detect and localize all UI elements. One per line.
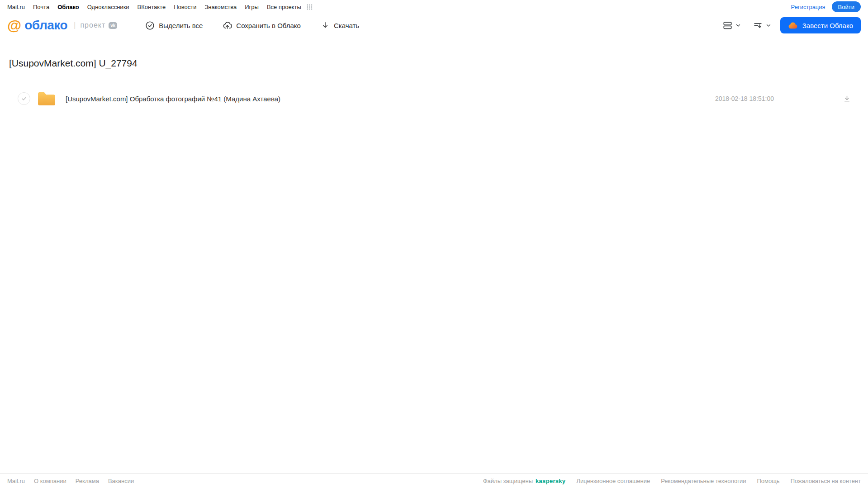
sort-selector[interactable] <box>753 20 771 30</box>
file-date: 2018-02-18 18:51:00 <box>715 95 774 102</box>
kaspersky-logo[interactable]: kaspersky <box>536 478 565 484</box>
cloud-logo[interactable]: @ облако | проект vk <box>7 18 117 33</box>
footer-report-link[interactable]: Пожаловаться на контент <box>791 478 861 484</box>
footer-mailru-link[interactable]: Mail.ru <box>7 478 25 484</box>
nav-pochta[interactable]: Почта <box>33 4 49 10</box>
list-view-icon <box>722 20 733 30</box>
download-button[interactable]: Скачать <box>321 21 359 30</box>
nav-odnoklassniki[interactable]: Одноклассники <box>87 4 129 10</box>
cloud-logo-icon <box>788 21 798 29</box>
nav-novosti[interactable]: Новости <box>174 4 196 10</box>
file-toolbar: Выделить все Сохранить в Облако Скачать <box>145 21 359 30</box>
sort-icon <box>753 20 763 30</box>
auth-controls: Регистрация Войти <box>791 1 861 12</box>
nav-znakomstva[interactable]: Знакомства <box>204 4 237 10</box>
view-mode-selector[interactable] <box>722 20 741 30</box>
chevron-down-icon <box>735 23 741 28</box>
download-label: Скачать <box>334 22 359 29</box>
top-navigation: Mail.ru Почта Облако Одноклассники ВКонт… <box>0 0 868 14</box>
select-all-label: Выделить все <box>159 22 203 29</box>
main-content: [UsupovMarket.com] U_27794 [UsupovMarket… <box>0 37 868 474</box>
file-row[interactable]: [UsupovMarket.com] Обработка фотографий … <box>9 90 868 107</box>
footer-about-link[interactable]: О компании <box>34 478 66 484</box>
apps-grid-icon[interactable] <box>307 4 313 10</box>
footer-help-link[interactable]: Помощь <box>757 478 779 484</box>
footer-recommendations-link[interactable]: Рекомендательные технологии <box>661 478 746 484</box>
file-list: [UsupovMarket.com] Обработка фотографий … <box>9 90 868 107</box>
row-checkbox[interactable] <box>18 92 30 105</box>
save-to-cloud-button[interactable]: Сохранить в Облако <box>223 21 301 30</box>
page-footer: Mail.ru О компании Реклама Вакансии Файл… <box>0 474 868 488</box>
download-arrow-icon <box>321 21 330 30</box>
save-to-cloud-label: Сохранить в Облако <box>236 22 301 29</box>
portal-links: Mail.ru Почта Облако Одноклассники ВКонт… <box>7 4 313 10</box>
vk-badge-icon: vk <box>109 22 117 29</box>
page-title: [UsupovMarket.com] U_27794 <box>9 58 868 69</box>
create-cloud-button[interactable]: Завести Облако <box>780 17 861 33</box>
project-label: проект <box>80 21 105 29</box>
create-cloud-label: Завести Облако <box>802 22 853 29</box>
chevron-down-icon <box>766 23 771 28</box>
footer-left-links: Mail.ru О компании Реклама Вакансии <box>7 478 134 484</box>
select-all-button[interactable]: Выделить все <box>145 21 203 30</box>
check-circle-icon <box>145 21 155 30</box>
login-button[interactable]: Войти <box>832 1 861 12</box>
header-right-controls: Завести Облако <box>722 17 861 33</box>
footer-license-link[interactable]: Лицензионное соглашение <box>576 478 650 484</box>
nav-igry[interactable]: Игры <box>245 4 259 10</box>
cloud-upload-icon <box>223 21 232 30</box>
registration-link[interactable]: Регистрация <box>791 4 825 10</box>
logo-separator: | <box>74 21 76 30</box>
file-name-link[interactable]: [UsupovMarket.com] Обработка фотографий … <box>66 95 280 103</box>
logo-wordmark: облако <box>24 18 67 33</box>
protected-label: Файлы защищены <box>483 478 533 484</box>
footer-jobs-link[interactable]: Вакансии <box>108 478 134 484</box>
footer-ads-link[interactable]: Реклама <box>76 478 99 484</box>
app-header: @ облако | проект vk Выделить все <box>0 14 868 37</box>
mailru-at-icon: @ <box>7 18 21 33</box>
footer-right-links: Файлы защищены kaspersky Лицензионное со… <box>483 478 861 484</box>
kaspersky-protection: Файлы защищены kaspersky <box>483 478 566 484</box>
nav-vkontakte[interactable]: ВКонтакте <box>138 4 166 10</box>
folder-icon <box>37 91 56 107</box>
nav-oblako[interactable]: Облако <box>57 4 79 10</box>
nav-all-projects[interactable]: Все проекты <box>267 4 301 10</box>
nav-mailru[interactable]: Mail.ru <box>7 4 25 10</box>
row-download-icon[interactable] <box>843 95 851 103</box>
